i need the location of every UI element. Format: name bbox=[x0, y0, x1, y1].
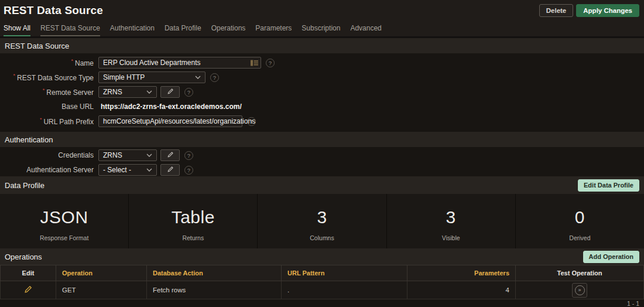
tab-rest-data-source[interactable]: REST Data Source bbox=[40, 24, 100, 36]
database-action-cell: Fetch rows bbox=[147, 281, 282, 299]
help-icon[interactable]: ? bbox=[210, 73, 219, 82]
name-field-row: *Name ERP Cloud Active Departments ? bbox=[0, 57, 644, 69]
operations-table-footer: 1 - 1 bbox=[0, 299, 644, 307]
run-icon: » bbox=[575, 285, 585, 295]
top-bar-actions: Delete Apply Changes bbox=[539, 4, 640, 17]
rest-section-header: REST Data Source bbox=[0, 38, 644, 53]
help-icon[interactable]: ? bbox=[184, 151, 193, 160]
authentication-form: Credentials ZRNS ? Authentication Server… bbox=[0, 147, 644, 176]
operations-table: Edit Operation Database Action URL Patte… bbox=[0, 265, 644, 299]
edit-auth-server-button[interactable] bbox=[160, 164, 180, 176]
stat-response-format: JSON Response Format bbox=[0, 194, 129, 248]
quick-pick-list-icon bbox=[251, 60, 258, 66]
authentication-section-title: Authentication bbox=[5, 135, 53, 144]
authentication-section-header: Authentication bbox=[0, 132, 644, 147]
rest-data-source-page: REST Data Source Delete Apply Changes Sh… bbox=[0, 0, 644, 307]
tab-advanced[interactable]: Advanced bbox=[350, 24, 381, 36]
tab-parameters[interactable]: Parameters bbox=[255, 24, 292, 36]
section-tab-bar: Show All REST Data Source Authentication… bbox=[0, 21, 644, 36]
required-asterisk: * bbox=[43, 87, 45, 93]
add-operation-button[interactable]: Add Operation bbox=[583, 251, 639, 263]
stat-derived: 0 Derived bbox=[516, 194, 644, 248]
source-type-select[interactable]: Simple HTTP bbox=[98, 71, 205, 83]
source-type-field-row: *REST Data Source Type Simple HTTP ? bbox=[0, 71, 644, 83]
base-url-row: Base URL https://adc2-zrns-fa-ext.oracle… bbox=[0, 101, 644, 112]
col-header-url-pattern[interactable]: URL Pattern bbox=[282, 265, 407, 281]
url-path-prefix-row: *URL Path Prefix hcmCoreSetupApi/resourc… bbox=[0, 115, 644, 127]
chevron-down-icon bbox=[146, 168, 152, 172]
tab-show-all[interactable]: Show All bbox=[4, 24, 30, 36]
page-title: REST Data Source bbox=[4, 4, 103, 17]
tab-authentication[interactable]: Authentication bbox=[110, 24, 155, 36]
data-profile-section-title: Data Profile bbox=[5, 181, 44, 190]
chevron-down-icon bbox=[146, 90, 152, 94]
help-icon[interactable]: ? bbox=[184, 166, 193, 175]
col-header-test-operation[interactable]: Test Operation bbox=[516, 265, 644, 281]
edit-credentials-button[interactable] bbox=[160, 149, 180, 161]
name-field-label: *Name bbox=[0, 58, 94, 67]
remote-server-select[interactable]: ZRNS bbox=[98, 86, 157, 98]
edit-data-profile-button[interactable]: Edit Data Profile bbox=[578, 179, 639, 192]
test-operation-button[interactable]: » bbox=[572, 283, 587, 298]
auth-server-select[interactable]: - Select - bbox=[98, 164, 157, 176]
operations-section-header: Operations Add Operation bbox=[0, 248, 644, 265]
col-header-edit[interactable]: Edit bbox=[1, 265, 56, 281]
base-url-label: Base URL bbox=[0, 103, 94, 111]
stat-columns: 3 Columns bbox=[258, 194, 386, 248]
pencil-icon bbox=[167, 166, 174, 175]
tab-subscription[interactable]: Subscription bbox=[302, 24, 340, 36]
operation-row: GET Fetch rows . 4 » bbox=[1, 281, 644, 299]
rest-section-title: REST Data Source bbox=[5, 42, 69, 50]
remote-server-field-label: *Remote Server bbox=[0, 87, 94, 97]
chevron-down-icon bbox=[146, 154, 152, 157]
source-type-field-label: *REST Data Source Type bbox=[0, 73, 94, 82]
rest-section-form: *Name ERP Cloud Active Departments ? *RE… bbox=[0, 53, 644, 132]
stat-visible: 3 Visible bbox=[387, 194, 516, 248]
data-profile-section-header: Data Profile Edit Data Profile bbox=[0, 176, 644, 194]
operations-section-title: Operations bbox=[5, 253, 42, 261]
pencil-icon bbox=[167, 151, 174, 160]
url-pattern-cell: . bbox=[282, 281, 407, 299]
required-asterisk: * bbox=[40, 117, 42, 122]
url-path-prefix-input[interactable]: hcmCoreSetupApi/resources/latest/organiz… bbox=[98, 115, 242, 127]
credentials-row: Credentials ZRNS ? bbox=[0, 149, 644, 161]
credentials-select[interactable]: ZRNS bbox=[98, 149, 157, 161]
operation-cell: GET bbox=[56, 281, 147, 299]
delete-button[interactable]: Delete bbox=[539, 4, 574, 17]
name-input[interactable]: ERP Cloud Active Departments bbox=[98, 57, 261, 69]
url-path-prefix-label: *URL Path Prefix bbox=[0, 117, 94, 126]
required-asterisk: * bbox=[13, 73, 16, 79]
pencil-icon bbox=[167, 88, 174, 97]
remote-server-field-row: *Remote Server ZRNS ? bbox=[0, 86, 644, 98]
tab-data-profile[interactable]: Data Profile bbox=[165, 24, 201, 36]
stat-returns: Table Returns bbox=[129, 194, 258, 248]
operations-table-header-row: Edit Operation Database Action URL Patte… bbox=[1, 265, 644, 281]
data-profile-stats: JSON Response Format Table Returns 3 Col… bbox=[0, 194, 644, 248]
col-header-operation[interactable]: Operation bbox=[56, 265, 147, 281]
help-icon[interactable]: ? bbox=[184, 88, 193, 97]
tab-operations[interactable]: Operations bbox=[211, 24, 246, 36]
chevron-down-icon bbox=[195, 76, 201, 79]
base-url-value: https://adc2-zrns-fa-ext.oracledemos.com… bbox=[98, 103, 242, 111]
parameters-cell: 4 bbox=[407, 281, 516, 299]
col-header-database-action[interactable]: Database Action bbox=[147, 265, 282, 281]
apply-changes-button[interactable]: Apply Changes bbox=[576, 4, 639, 17]
auth-server-label: Authentication Server bbox=[0, 166, 94, 174]
auth-server-row: Authentication Server - Select - ? bbox=[0, 164, 644, 176]
pagination-text: 1 - 1 bbox=[627, 300, 639, 307]
credentials-label: Credentials bbox=[0, 151, 94, 159]
edit-remote-server-button[interactable] bbox=[160, 86, 180, 98]
help-icon[interactable]: ? bbox=[266, 59, 275, 67]
required-asterisk: * bbox=[71, 58, 73, 64]
col-header-parameters[interactable]: Parameters bbox=[407, 265, 516, 281]
top-bar: REST Data Source Delete Apply Changes bbox=[0, 0, 644, 21]
edit-operation-pencil-icon[interactable] bbox=[24, 285, 32, 294]
